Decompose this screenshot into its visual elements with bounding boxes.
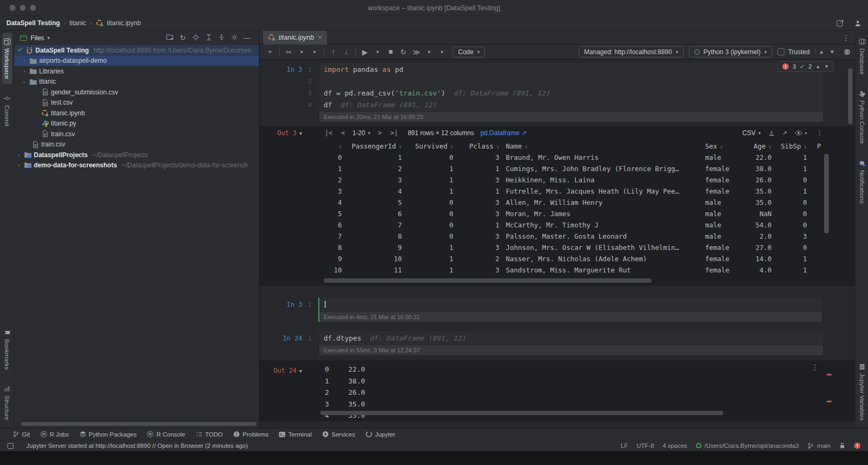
status-message[interactable]: Jupyter Server started at http://localho…	[26, 442, 248, 449]
tree-horizontal-scrollbar[interactable]	[21, 422, 257, 426]
chevron-icon[interactable]: ›	[20, 69, 28, 74]
hide-panel-icon[interactable]: —	[244, 34, 251, 42]
table-row[interactable]: 2313Heikkinen, Miss. Lainafemale26.00	[319, 174, 821, 186]
column-header-passengerid[interactable]: PassengerId⇕	[345, 140, 405, 152]
tree-item-train-csv[interactable]: train.csv	[14, 139, 259, 150]
cell-editor[interactable]: df.dtypesdf: DataFrame (891, 12) Execute…	[319, 331, 823, 355]
paste-cell-icon[interactable]: ▪	[313, 48, 316, 56]
toolwindow-button-python-packages[interactable]: Python Packages	[79, 431, 137, 438]
prev-page-icon[interactable]: <	[338, 129, 348, 137]
indent-widget[interactable]: 4 spaces	[663, 442, 687, 449]
kernel-dropdown[interactable]: Python 3 (ipykernel) ▾	[689, 46, 772, 57]
delete-cell-icon[interactable]: ▪	[441, 48, 444, 56]
clear-outputs-icon[interactable]: ▪	[428, 48, 431, 56]
zoom-window-button[interactable]	[30, 5, 36, 11]
minimize-window-button[interactable]	[20, 5, 26, 11]
error-indicator-icon[interactable]: !	[854, 442, 860, 449]
column-header-parc[interactable]: Parc⇕	[810, 140, 821, 152]
chevron-icon[interactable]: ›	[20, 58, 28, 63]
export-format-dropdown[interactable]: CSV▾	[743, 129, 761, 137]
settings-icon[interactable]	[231, 34, 238, 41]
close-tab-icon[interactable]: ×	[318, 34, 322, 41]
stop-kernel-icon[interactable]: ■	[388, 48, 393, 56]
next-problem-icon[interactable]: ▼	[824, 64, 829, 69]
previous-cell-icon[interactable]: ▲	[819, 49, 824, 55]
restart-kernel-icon[interactable]: ↻	[400, 48, 406, 56]
chevron-icon[interactable]: ›	[14, 152, 23, 158]
chevron-icon[interactable]: ›	[14, 163, 23, 168]
output-options-kebab-icon[interactable]: ⋮	[817, 129, 823, 137]
tool-stripe-button-database[interactable]: Database	[857, 33, 867, 80]
first-page-icon[interactable]: |<	[321, 129, 335, 137]
column-header-sibsp[interactable]: SibSp⇕	[775, 140, 810, 152]
collapse-all-icon[interactable]	[218, 34, 225, 41]
open-in-new-icon[interactable]: ↗	[782, 130, 787, 137]
last-page-icon[interactable]: >|	[387, 129, 401, 137]
tree-item-airports-dataspell-demo[interactable]: ›airports-dataspell-demo	[14, 56, 259, 67]
tree-item-titanic-ipynb[interactable]: titanic.ipynb	[14, 108, 259, 119]
toolwindow-button-problems[interactable]: Problems	[233, 431, 269, 438]
debug-cell-icon[interactable]: ▪	[377, 48, 379, 56]
table-row[interactable]: 7803Palsson, Master. Gosta Leonardmale2.…	[319, 231, 821, 242]
column-header-survived[interactable]: Survived⇕	[405, 140, 457, 152]
new-folder-icon[interactable]	[166, 34, 174, 40]
cell-type-dropdown[interactable]: Code ▾	[453, 47, 485, 57]
tab-titanic-ipynb[interactable]: titanic.ipynb ×	[263, 31, 327, 45]
run-cell-icon[interactable]: ▶	[362, 48, 368, 56]
prev-problem-icon[interactable]: ▲	[815, 64, 820, 69]
copy-cell-icon[interactable]: ▪	[301, 48, 303, 56]
tab-options-kebab-icon[interactable]: ⋮	[837, 33, 855, 42]
table-row[interactable]: 3411Futrelle, Mrs. Jacques Heath (Lily M…	[319, 186, 821, 197]
table-row[interactable]: 101113Sandstrom, Miss. Marguerite Rutfem…	[319, 264, 821, 276]
editor-horizontal-scrollbar[interactable]	[320, 411, 723, 415]
tool-stripe-button-workspace[interactable]: Workspace	[2, 33, 12, 84]
inspections-widget[interactable]: ! 3 ✔ 2 ▲ ▼	[777, 61, 834, 72]
cell-editor[interactable]: I Executed in 4ms, 21 Mar at 16:00:31	[318, 298, 822, 322]
column-header-name[interactable]: Name⇕	[503, 140, 702, 152]
move-up-icon[interactable]: ↑	[332, 48, 335, 56]
table-row[interactable]: 5603Moran, Mr. JamesmaleNaN0	[319, 208, 821, 219]
table-row[interactable]: 8913Johnson, Mrs. Oscar W (Elisabeth Vil…	[319, 242, 821, 253]
toolwindow-button-todo[interactable]: TODO	[196, 431, 223, 438]
move-down-icon[interactable]: ↓	[345, 48, 348, 56]
trusted-checkbox[interactable]: Trusted	[777, 48, 810, 56]
column-header-sex[interactable]: Sex⇕	[702, 140, 740, 152]
chevron-icon[interactable]: ⌄	[20, 79, 28, 84]
interpreter-widget[interactable]: /Users/Ciara.Byrne/opt/anaconda3	[696, 442, 799, 449]
tool-stripe-button-structure[interactable]: Structure	[2, 380, 12, 426]
table-vertical-scrollbar[interactable]	[824, 154, 829, 233]
tool-stripe-button-commit[interactable]: Commit	[2, 90, 12, 132]
jupyter-server-dropdown[interactable]: Managed: http://localhost:8890 ▾	[579, 46, 684, 57]
error-stripe-mark[interactable]	[827, 374, 832, 375]
sync-icon[interactable]: ↻	[180, 34, 186, 42]
toolwindow-button-services[interactable]: Services	[322, 431, 355, 438]
page-range-dropdown[interactable]: 1-20▾	[350, 129, 373, 137]
output-options-kebab-icon[interactable]: ⋮	[811, 363, 819, 372]
expand-all-icon[interactable]	[205, 34, 212, 41]
column-header-age[interactable]: Age⇕	[740, 140, 775, 152]
dataframe-link[interactable]: pd.Dataframe	[481, 129, 520, 137]
tree-item-dataspellprojects[interactable]: ›DataspellProjects~/DataspellProjects	[14, 150, 259, 160]
cut-cell-icon[interactable]: ✂	[286, 48, 291, 56]
table-row[interactable]: 91012Nasser, Mrs. Nicholas (Adele Achem)…	[319, 253, 821, 264]
tree-item-libraries[interactable]: ›Libraries	[14, 66, 259, 77]
tool-stripe-button-jupyter-variables[interactable]: Jupyter Variables	[857, 358, 867, 426]
unlocked-icon[interactable]	[839, 442, 845, 449]
add-cell-icon[interactable]: +	[268, 48, 272, 56]
table-row[interactable]: 1211Cumings, Mrs. John Bradley (Florence…	[319, 163, 821, 174]
tree-item-train-csv[interactable]: train.csv	[14, 129, 259, 139]
breadcrumb-folder[interactable]: titanic	[69, 19, 86, 27]
column-header-pclass[interactable]: Pclass⇕	[457, 140, 503, 152]
tree-item-titanic-py[interactable]: titanic.py	[14, 119, 259, 129]
encoding-widget[interactable]: UTF-8	[637, 442, 654, 449]
table-horizontal-scrollbar[interactable]	[324, 278, 652, 283]
tree-item-dataspell-testing[interactable]: DataSpell Testinghttp://localhost:8890 f…	[14, 45, 259, 56]
view-options-eye-icon[interactable]	[795, 130, 803, 136]
tree-item-demo-data-for-screenshots[interactable]: ›demo-data-for-screenshots~/DataspellPro…	[14, 160, 259, 171]
locate-icon[interactable]	[192, 34, 199, 41]
chevron-down-icon[interactable]: ▾	[47, 35, 50, 41]
breadcrumb-file[interactable]: titanic.ipynb	[107, 19, 141, 27]
table-row[interactable]: 0103Braund, Mr. Owen Harrismale22.01	[319, 152, 821, 163]
tree-item-titanic[interactable]: ⌄titanic	[14, 77, 259, 87]
next-cell-icon[interactable]: ▼	[829, 49, 835, 55]
